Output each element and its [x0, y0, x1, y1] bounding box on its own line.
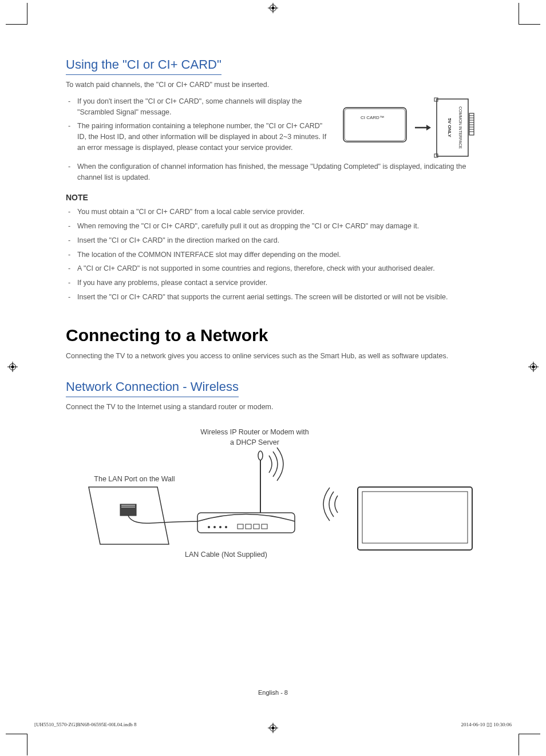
crop-mark — [519, 24, 540, 25]
slot-label-5v: 5V ONLY — [447, 118, 452, 137]
svg-point-3 — [272, 7, 275, 10]
crop-mark — [27, 734, 27, 755]
ci-bullet-list-top: If you don't insert the "CI or CI+ CARD"… — [66, 96, 329, 153]
svg-point-39 — [219, 526, 221, 528]
svg-marker-19 — [426, 125, 431, 130]
section-heading-wireless: Network Connection - Wireless — [66, 379, 239, 397]
crop-mark — [519, 734, 540, 734]
lan-cable-label: LAN Cable (Not Supplied) — [185, 551, 267, 559]
crop-mark — [519, 3, 519, 25]
registration-mark-icon — [7, 362, 18, 372]
note-bullet: The location of the COMMON INTERFACE slo… — [68, 250, 484, 260]
footer-doc-id: [UH5510_5570-ZG]BN68-06595E-00L04.indb 8 — [34, 722, 136, 727]
ci-row: If you don't insert the "CI or CI+ CARD"… — [66, 96, 484, 161]
ci-figure: CI CARD™ COMMON INTERFACE 5V ONLY — [341, 96, 484, 161]
note-bullet: Insert the "CI or CI+ CARD" that support… — [68, 292, 484, 303]
tv-icon — [358, 487, 472, 550]
wireless-diagram: Wireless IP Router or Modem with a DHCP … — [66, 424, 484, 564]
crop-mark — [6, 24, 27, 25]
ci-bullet: The pairing information containing a tel… — [68, 121, 329, 153]
wall-port-label: The LAN Port on the Wall — [94, 475, 175, 483]
note-bullet: A "CI or CI+ CARD" is not supported in s… — [68, 263, 484, 274]
note-bullet: If you have any problems, please contact… — [68, 278, 484, 288]
page-content: Using the "CI or CI+ CARD" To watch paid… — [66, 57, 484, 564]
svg-rect-33 — [120, 504, 136, 516]
ci-card-label: CI CARD™ — [361, 115, 384, 120]
svg-point-15 — [272, 727, 275, 730]
router-icon — [197, 448, 295, 533]
page-number: English - 8 — [0, 689, 546, 696]
svg-point-11 — [532, 366, 535, 369]
svg-rect-16 — [343, 108, 406, 142]
svg-point-37 — [208, 526, 210, 528]
slot-label-common-interface: COMMON INTERFACE — [458, 106, 462, 149]
ci-bullet-list-bottom: When the configuration of channel inform… — [66, 161, 484, 183]
wifi-waves-icon — [323, 488, 338, 521]
ci-text-column: If you don't insert the "CI or CI+ CARD"… — [66, 96, 329, 161]
ci-bullet: If you don't insert the "CI or CI+ CARD"… — [68, 96, 329, 118]
router-label-line2: a DHCP Server — [230, 438, 279, 446]
svg-point-40 — [225, 526, 227, 528]
section-heading-ci: Using the "CI or CI+ CARD" — [66, 57, 221, 75]
ci-bullet: When the configuration of channel inform… — [68, 161, 484, 183]
crop-mark — [519, 734, 519, 755]
registration-mark-icon — [268, 723, 278, 733]
svg-point-46 — [258, 451, 263, 460]
svg-point-38 — [213, 526, 216, 528]
wall-port-icon — [89, 487, 203, 544]
ci-intro-text: To watch paid channels, the "CI or CI+ C… — [66, 80, 484, 90]
note-bullet: When removing the "CI or CI+ CARD", care… — [68, 221, 484, 232]
note-bullet: You must obtain a "CI or CI+ CARD" from … — [68, 207, 484, 217]
wireless-intro-text: Connect the TV to the Internet using a s… — [66, 402, 484, 413]
note-heading: NOTE — [66, 193, 484, 202]
note-bullet: Insert the "CI or CI+ CARD" in the direc… — [68, 235, 484, 246]
svg-rect-21 — [434, 98, 438, 101]
crop-mark — [27, 3, 27, 25]
network-intro-text: Connecting the TV to a network gives you… — [66, 351, 484, 362]
note-bullet-list: You must obtain a "CI or CI+ CARD" from … — [66, 207, 484, 302]
crop-mark — [6, 734, 27, 734]
registration-mark-icon — [268, 3, 278, 13]
footer-timestamp: 2014-06-10 ▯▯ 10:30:06 — [461, 722, 512, 727]
svg-point-7 — [11, 366, 14, 369]
svg-rect-22 — [434, 154, 438, 157]
svg-rect-48 — [362, 492, 468, 543]
registration-mark-icon — [528, 362, 539, 372]
router-label-line1: Wireless IP Router or Modem with — [200, 428, 308, 436]
section-heading-network: Connecting to a Network — [66, 326, 484, 345]
